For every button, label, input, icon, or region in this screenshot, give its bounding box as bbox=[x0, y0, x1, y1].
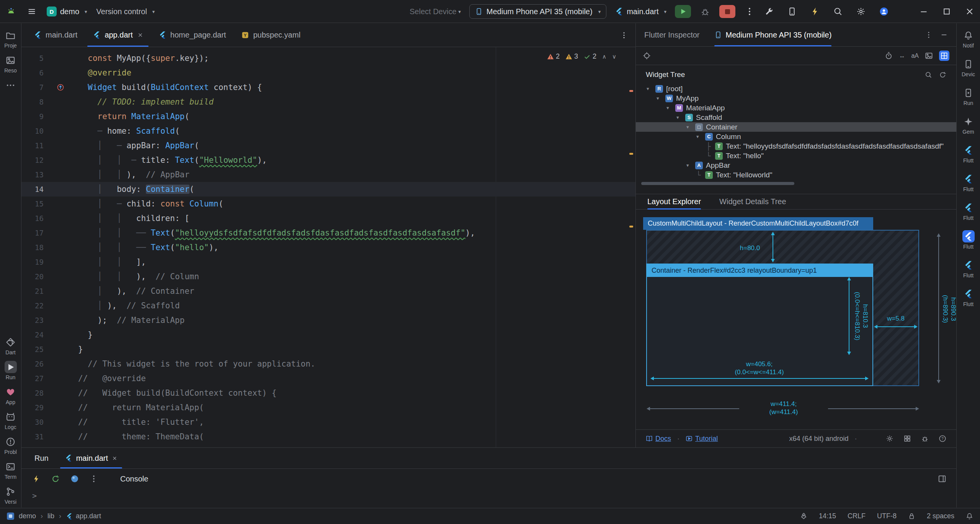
code-line-31[interactable]: 31// theme: ThemeData( bbox=[21, 429, 635, 444]
line-ending-indicator[interactable]: CRLF bbox=[848, 512, 866, 520]
line-number[interactable]: 23 bbox=[21, 313, 44, 328]
tool-window-Gem-button[interactable]: Gem bbox=[957, 113, 980, 138]
code-line-27[interactable]: 27// @override bbox=[21, 371, 635, 386]
tool-window-more-button[interactable] bbox=[0, 76, 21, 95]
tool-window-Versi-button[interactable]: Versi bbox=[0, 483, 21, 508]
code-line-8[interactable]: 8 // TODO: implement build bbox=[21, 95, 635, 109]
line-number[interactable]: 18 bbox=[21, 240, 44, 255]
tools-icon[interactable] bbox=[763, 6, 775, 17]
code-line-10[interactable]: 10 ─ home: Scaffold( bbox=[21, 124, 635, 138]
panel-options-icon[interactable] bbox=[925, 31, 933, 39]
line-number[interactable]: 7 bbox=[21, 80, 44, 95]
tool-window-Dart-button[interactable]: Dart bbox=[0, 333, 21, 358]
hide-panel-icon[interactable] bbox=[940, 31, 948, 39]
code-line-16[interactable]: 16 │ │ children: [ bbox=[21, 211, 635, 226]
tree-row-root[interactable]: ▾R[root] bbox=[636, 84, 956, 93]
maximize-button[interactable] bbox=[941, 6, 952, 17]
code-line-12[interactable]: 12 │ │ ─ title: Text("Helloworld"), bbox=[21, 153, 635, 167]
tree-row-scaffold[interactable]: ▾SScaffold bbox=[636, 113, 956, 122]
code-line-6[interactable]: 6 @override bbox=[21, 66, 635, 80]
stop-button[interactable] bbox=[719, 5, 735, 18]
vcs-widget[interactable]: Version control ▾ bbox=[96, 7, 155, 16]
help-icon[interactable]: ? bbox=[939, 435, 946, 442]
scrollbar-warning-mark[interactable] bbox=[629, 226, 633, 228]
select-device-dropdown[interactable]: Select Device▾ bbox=[410, 7, 461, 16]
line-number[interactable]: 24 bbox=[21, 328, 44, 342]
line-number[interactable]: 5 bbox=[21, 51, 44, 66]
docs-link[interactable]: Docs bbox=[646, 435, 671, 443]
code-line-30[interactable]: 30// title: 'Flutter', bbox=[21, 415, 635, 429]
line-number[interactable]: 25 bbox=[21, 342, 44, 357]
line-number[interactable]: 29 bbox=[21, 400, 44, 415]
tab-options-icon[interactable] bbox=[620, 31, 628, 39]
more-options-icon[interactable] bbox=[90, 475, 98, 483]
tool-window-Flutt-button[interactable]: Flutt bbox=[957, 199, 980, 224]
line-number[interactable]: 28 bbox=[21, 386, 44, 400]
line-number[interactable]: 17 bbox=[21, 226, 44, 240]
tool-window-Flutt-button[interactable]: Flutt bbox=[957, 141, 980, 166]
tree-row-widget[interactable]: ▾WMyApp bbox=[636, 93, 956, 103]
tool-window-Flutt-button[interactable]: Flutt bbox=[957, 256, 980, 281]
line-number[interactable]: 16 bbox=[21, 211, 44, 226]
tab-device[interactable]: Medium Phone API 35 (mobile) bbox=[714, 23, 832, 46]
search-tree-icon[interactable] bbox=[925, 71, 932, 79]
thunderbolt-icon[interactable] bbox=[809, 6, 821, 17]
prev-problem-icon[interactable]: ∧ bbox=[602, 53, 606, 60]
line-number[interactable]: 15 bbox=[21, 196, 44, 211]
editor-tab-main.dart[interactable]: main.dart bbox=[26, 23, 85, 47]
tool-window-Reso-button[interactable]: Reso bbox=[0, 51, 21, 76]
code-line-19[interactable]: 19 │ │ ], bbox=[21, 255, 635, 269]
minimize-button[interactable] bbox=[918, 6, 929, 17]
chevron-down-icon[interactable]: ▾ bbox=[676, 115, 682, 120]
run-tab-main-dart[interactable]: main.dart bbox=[59, 448, 124, 468]
devtools-icon[interactable] bbox=[70, 475, 79, 483]
select-widget-mode-icon[interactable] bbox=[643, 52, 651, 60]
tab-flutter-inspector[interactable]: Flutter Inspector bbox=[644, 23, 700, 46]
fit-width-icon[interactable]: ↔ bbox=[899, 52, 905, 59]
tree-row-text[interactable]: ├TText: "helloyydsfsdfafsdfdfadsfadsfdas… bbox=[636, 141, 956, 151]
editor-tab-pubspec.yaml[interactable]: Ypubspec.yaml bbox=[234, 23, 308, 47]
tool-window-Probl-button[interactable]: Probl bbox=[0, 433, 21, 458]
inspections-widget[interactable]: 2 3 2 ∧ ∨ bbox=[544, 52, 619, 61]
dart-analysis-icon[interactable] bbox=[800, 513, 807, 520]
close-tab-icon[interactable] bbox=[137, 32, 143, 38]
text-size-icon[interactable]: aA bbox=[911, 52, 919, 59]
hot-restart-icon[interactable] bbox=[51, 475, 60, 483]
tool-window-Flutt-button[interactable]: Flutt bbox=[957, 285, 980, 310]
code-line-26[interactable]: 26 // This widget is the root of your ap… bbox=[21, 357, 635, 371]
chevron-down-icon[interactable]: ▾ bbox=[696, 134, 702, 139]
close-button[interactable] bbox=[964, 6, 975, 17]
tool-window-Notif-button[interactable]: Notif bbox=[957, 26, 980, 51]
console-tab[interactable]: Console bbox=[120, 475, 148, 483]
code-line-22[interactable]: 22 │ ), // Scaffold bbox=[21, 298, 635, 313]
scrollbar-warning-mark[interactable] bbox=[629, 90, 633, 92]
indent-indicator[interactable]: 2 spaces bbox=[927, 512, 954, 520]
screenshot-icon[interactable] bbox=[925, 52, 933, 60]
code-line-29[interactable]: 29// return MaterialApp( bbox=[21, 400, 635, 415]
line-number[interactable]: 11 bbox=[21, 138, 44, 153]
outer-widget-title[interactable]: CustomMultiChildLayout - RenderCustomMul… bbox=[643, 217, 873, 230]
chevron-down-icon[interactable]: ▾ bbox=[666, 105, 672, 111]
code-line-25[interactable]: 25} bbox=[21, 342, 635, 357]
caret-position[interactable]: 14:15 bbox=[819, 512, 836, 520]
line-number[interactable]: 13 bbox=[21, 167, 44, 182]
tree-row-appbar[interactable]: ▾AAppBar bbox=[636, 160, 956, 170]
code-line-5[interactable]: 5 const MyApp({super.key}); bbox=[21, 51, 635, 66]
code-line-14[interactable]: 14 │ body: Container( bbox=[21, 182, 635, 196]
code-line-21[interactable]: 21 │ ), // Container bbox=[21, 284, 635, 298]
debug-button[interactable] bbox=[699, 6, 711, 17]
refresh-tree-icon[interactable] bbox=[939, 71, 946, 79]
tool-window-App-button[interactable]: App bbox=[0, 383, 21, 408]
line-number[interactable]: 31 bbox=[21, 429, 44, 444]
editor-tab-home_page.dart[interactable]: home_page.dart bbox=[151, 23, 234, 47]
breadcrumb-project[interactable]: demo bbox=[19, 512, 36, 520]
code-line-23[interactable]: 23 ); // MaterialApp bbox=[21, 313, 635, 328]
project-selector[interactable]: D demo ▾ bbox=[47, 7, 87, 16]
scrollbar-thumb[interactable] bbox=[641, 182, 794, 185]
notifications-icon[interactable] bbox=[966, 513, 973, 520]
scrollbar-warning-mark[interactable] bbox=[629, 153, 633, 155]
line-number[interactable]: 27 bbox=[21, 371, 44, 386]
weak-warnings-badge[interactable]: 3 bbox=[565, 52, 578, 61]
tool-window-Run-button[interactable]: Run bbox=[957, 84, 980, 109]
console-output[interactable]: > bbox=[21, 489, 956, 500]
